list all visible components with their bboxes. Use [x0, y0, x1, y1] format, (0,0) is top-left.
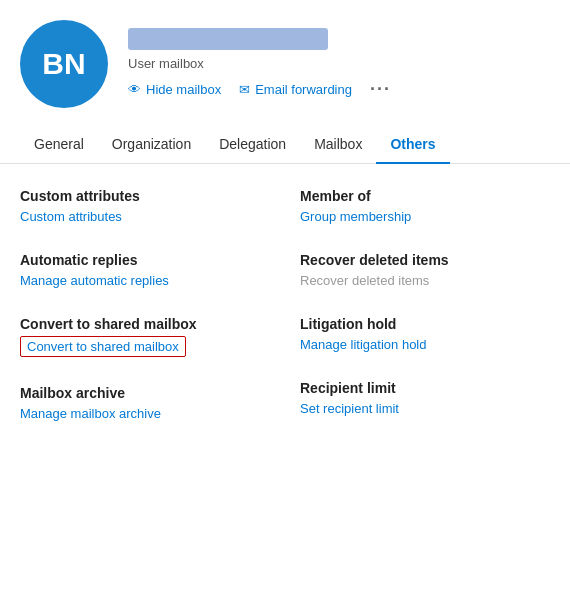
link-set-recipient-limit[interactable]: Set recipient limit: [300, 401, 399, 416]
section-member-of: Member of Group membership: [300, 188, 550, 224]
link-custom-attributes[interactable]: Custom attributes: [20, 209, 122, 224]
tab-others[interactable]: Others: [376, 126, 449, 164]
section-mailbox-archive: Mailbox archive Manage mailbox archive: [20, 385, 270, 421]
avatar: BN: [20, 20, 108, 108]
forward-icon: [239, 82, 250, 97]
section-title-recover-deleted: Recover deleted items: [300, 252, 550, 268]
mailbox-type: User mailbox: [128, 56, 550, 71]
tab-mailbox[interactable]: Mailbox: [300, 126, 376, 164]
section-title-recipient-limit: Recipient limit: [300, 380, 550, 396]
section-title-convert-shared: Convert to shared mailbox: [20, 316, 270, 332]
header: BN User mailbox Hide mailbox Email forwa…: [0, 0, 570, 118]
section-title-custom-attributes: Custom attributes: [20, 188, 270, 204]
hide-mailbox-button[interactable]: Hide mailbox: [128, 82, 221, 97]
section-litigation-hold: Litigation hold Manage litigation hold: [300, 316, 550, 352]
section-custom-attributes: Custom attributes Custom attributes: [20, 188, 270, 224]
hide-mailbox-label: Hide mailbox: [146, 82, 221, 97]
section-recipient-limit: Recipient limit Set recipient limit: [300, 380, 550, 416]
link-convert-shared-mailbox[interactable]: Convert to shared mailbox: [20, 336, 186, 357]
header-actions: Hide mailbox Email forwarding ···: [128, 79, 550, 100]
section-title-litigation-hold: Litigation hold: [300, 316, 550, 332]
section-convert-shared-mailbox: Convert to shared mailbox Convert to sha…: [20, 316, 270, 357]
link-mailbox-archive[interactable]: Manage mailbox archive: [20, 406, 161, 421]
section-automatic-replies: Automatic replies Manage automatic repli…: [20, 252, 270, 288]
more-actions-button[interactable]: ···: [370, 79, 391, 100]
tab-delegation[interactable]: Delegation: [205, 126, 300, 164]
email-forwarding-button[interactable]: Email forwarding: [239, 82, 352, 97]
link-recover-deleted-items: Recover deleted items: [300, 273, 429, 288]
email-forwarding-label: Email forwarding: [255, 82, 352, 97]
section-title-mailbox-archive: Mailbox archive: [20, 385, 270, 401]
link-automatic-replies[interactable]: Manage automatic replies: [20, 273, 169, 288]
section-title-member-of: Member of: [300, 188, 550, 204]
link-manage-litigation-hold[interactable]: Manage litigation hold: [300, 337, 426, 352]
tab-bar: General Organization Delegation Mailbox …: [0, 126, 570, 164]
link-group-membership[interactable]: Group membership: [300, 209, 411, 224]
section-title-automatic-replies: Automatic replies: [20, 252, 270, 268]
content-area: Custom attributes Custom attributes Auto…: [0, 164, 570, 469]
section-recover-deleted: Recover deleted items Recover deleted it…: [300, 252, 550, 288]
avatar-initials: BN: [42, 47, 85, 81]
right-column: Member of Group membership Recover delet…: [300, 188, 550, 449]
tab-general[interactable]: General: [20, 126, 98, 164]
tab-organization[interactable]: Organization: [98, 126, 205, 164]
header-info: User mailbox Hide mailbox Email forwardi…: [128, 28, 550, 100]
eye-icon: [128, 82, 141, 97]
left-column: Custom attributes Custom attributes Auto…: [20, 188, 270, 449]
user-name-bar: [128, 28, 328, 50]
